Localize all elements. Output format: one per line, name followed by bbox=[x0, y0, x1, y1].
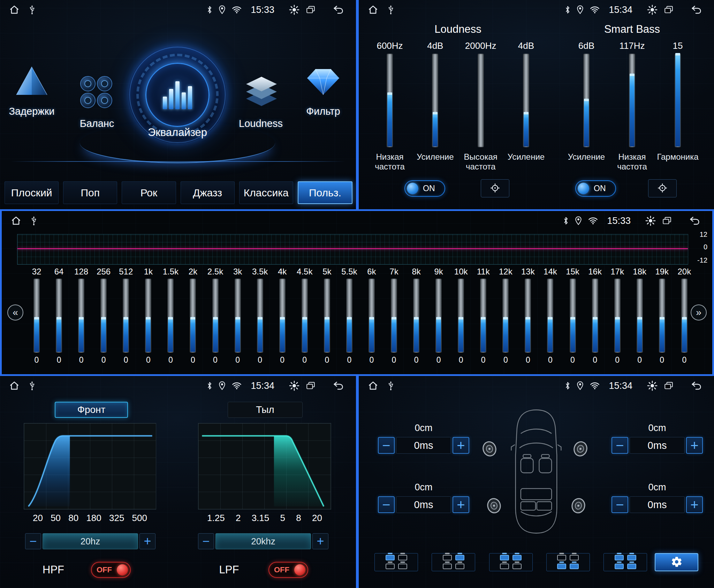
band-slider[interactable] bbox=[592, 279, 598, 353]
band-slider[interactable] bbox=[123, 279, 129, 353]
hpf-frequency-bar[interactable]: 20hz bbox=[43, 533, 138, 549]
recent-apps-icon[interactable] bbox=[664, 381, 674, 390]
prev-page-button[interactable]: « bbox=[7, 304, 23, 321]
tab-rear[interactable]: Тыл bbox=[228, 402, 303, 418]
band-slider[interactable] bbox=[681, 279, 688, 353]
back-icon[interactable] bbox=[332, 5, 344, 15]
band-slider[interactable] bbox=[190, 279, 196, 353]
status-time: 15:33 bbox=[251, 5, 274, 15]
equalizer-bars-glyph bbox=[163, 81, 192, 109]
band-slider[interactable] bbox=[100, 279, 107, 353]
recent-apps-icon[interactable] bbox=[664, 5, 674, 14]
band-slider[interactable] bbox=[525, 279, 531, 353]
preset-button[interactable]: Поп bbox=[63, 181, 117, 204]
preset-button[interactable]: Плоский bbox=[5, 181, 59, 204]
band-slider[interactable] bbox=[369, 279, 375, 353]
band-slider[interactable] bbox=[413, 279, 419, 353]
menu-item-delays[interactable] bbox=[14, 65, 49, 98]
home-icon[interactable] bbox=[11, 216, 21, 226]
band-slider[interactable] bbox=[78, 279, 84, 353]
front-left-plus-button[interactable]: + bbox=[453, 437, 469, 454]
front-right-plus-button[interactable]: + bbox=[686, 437, 703, 454]
band-slider[interactable] bbox=[570, 279, 576, 353]
menu-item-loudness[interactable] bbox=[243, 75, 280, 110]
menu-item-filter[interactable] bbox=[305, 65, 341, 97]
loudness-target-button[interactable] bbox=[481, 179, 509, 197]
listening-position-button[interactable] bbox=[489, 553, 533, 571]
back-icon[interactable] bbox=[689, 216, 700, 226]
smartbass-target-button[interactable] bbox=[648, 179, 677, 197]
lpf-minus-button[interactable]: − bbox=[198, 533, 214, 549]
recent-apps-icon[interactable] bbox=[306, 5, 316, 14]
band-slider[interactable] bbox=[614, 279, 621, 353]
band-slider[interactable] bbox=[659, 279, 665, 353]
preset-button[interactable]: Джазз bbox=[181, 181, 235, 204]
hpf-minus-button[interactable]: − bbox=[25, 533, 41, 549]
recent-apps-icon[interactable] bbox=[662, 216, 672, 225]
hpf-plus-button[interactable]: + bbox=[139, 533, 155, 549]
rear-right-plus-button[interactable]: + bbox=[686, 496, 703, 513]
front-right-minus-button[interactable]: − bbox=[612, 437, 628, 454]
vertical-slider[interactable] bbox=[523, 54, 529, 147]
delay-settings-button[interactable] bbox=[655, 553, 698, 571]
band-slider[interactable] bbox=[279, 279, 286, 353]
band-slider[interactable] bbox=[637, 279, 643, 353]
preset-button[interactable]: Классика bbox=[239, 181, 293, 204]
lpf-frequency-bar[interactable]: 20khz bbox=[215, 533, 311, 549]
band-slider[interactable] bbox=[33, 279, 40, 353]
band-slider[interactable] bbox=[346, 279, 352, 353]
home-icon[interactable] bbox=[9, 380, 20, 391]
vertical-slider[interactable] bbox=[432, 54, 438, 147]
home-icon[interactable] bbox=[368, 5, 378, 15]
preset-button[interactable]: Рок bbox=[122, 181, 176, 204]
vertical-slider[interactable] bbox=[583, 54, 590, 147]
home-icon[interactable] bbox=[368, 380, 378, 391]
vertical-slider[interactable] bbox=[675, 54, 681, 147]
rear-left-minus-button[interactable]: − bbox=[378, 496, 395, 513]
band-slider[interactable] bbox=[56, 279, 62, 353]
home-icon[interactable] bbox=[9, 5, 20, 15]
brightness-icon[interactable] bbox=[289, 5, 299, 15]
recent-apps-icon[interactable] bbox=[306, 381, 316, 390]
band-slider[interactable] bbox=[391, 279, 397, 353]
listening-position-button[interactable] bbox=[432, 553, 475, 571]
band-slider[interactable] bbox=[302, 279, 308, 353]
brightness-icon[interactable] bbox=[647, 5, 658, 15]
menu-item-balance[interactable] bbox=[80, 76, 114, 110]
vertical-slider[interactable] bbox=[478, 54, 484, 147]
brightness-icon[interactable] bbox=[289, 380, 299, 391]
listening-position-button[interactable] bbox=[374, 553, 418, 571]
band-slider[interactable] bbox=[547, 279, 553, 353]
back-icon[interactable] bbox=[690, 381, 702, 391]
band-slider[interactable] bbox=[458, 279, 464, 353]
tab-front[interactable]: Фронт bbox=[55, 402, 128, 418]
band-slider[interactable] bbox=[480, 279, 486, 353]
preset-button[interactable]: Польз. bbox=[298, 181, 352, 204]
band-slider[interactable] bbox=[212, 279, 219, 353]
hpf-off-toggle[interactable]: OFF bbox=[91, 562, 131, 578]
listening-position-button[interactable] bbox=[603, 553, 647, 571]
rear-right-minus-button[interactable]: − bbox=[612, 496, 628, 513]
brightness-icon[interactable] bbox=[645, 216, 656, 226]
rear-left-plus-button[interactable]: + bbox=[453, 496, 469, 513]
brightness-icon[interactable] bbox=[647, 380, 658, 391]
lpf-off-toggle[interactable]: OFF bbox=[268, 562, 308, 578]
band-slider[interactable] bbox=[435, 279, 442, 353]
vertical-slider[interactable] bbox=[629, 54, 635, 147]
lpf-frequency-control: − 20khz + bbox=[198, 533, 328, 549]
band-slider[interactable] bbox=[502, 279, 509, 353]
back-icon[interactable] bbox=[332, 381, 344, 391]
front-left-minus-button[interactable]: − bbox=[378, 437, 395, 454]
band-slider[interactable] bbox=[167, 279, 174, 353]
lpf-plus-button[interactable]: + bbox=[312, 533, 328, 549]
band-slider[interactable] bbox=[235, 279, 241, 353]
vertical-slider[interactable] bbox=[387, 54, 393, 147]
smartbass-on-toggle[interactable]: ON bbox=[575, 180, 616, 197]
back-icon[interactable] bbox=[690, 5, 702, 15]
band-slider[interactable] bbox=[145, 279, 151, 353]
band-slider[interactable] bbox=[324, 279, 330, 353]
band-slider[interactable] bbox=[257, 279, 263, 353]
next-page-button[interactable]: » bbox=[691, 304, 707, 321]
loudness-on-toggle[interactable]: ON bbox=[404, 180, 445, 197]
listening-position-button[interactable] bbox=[546, 553, 590, 571]
